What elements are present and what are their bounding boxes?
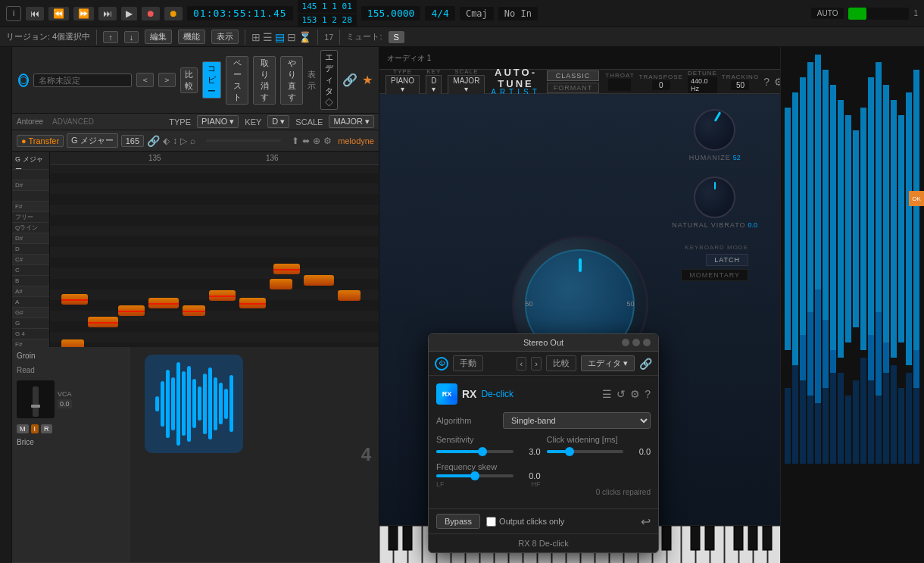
algorithm-select[interactable]: Single-band	[503, 412, 651, 429]
popup-mode-btn[interactable]: 手動	[453, 355, 483, 371]
s-btn[interactable]: S	[389, 31, 404, 43]
freq-slider-track	[436, 474, 514, 477]
popup-link-icon[interactable]: 🔗	[639, 358, 652, 370]
svg-rect-81	[891, 365, 897, 464]
svg-rect-42	[662, 526, 671, 550]
play-btn[interactable]: ▶	[121, 7, 137, 20]
help-icon[interactable]: ?	[645, 388, 651, 400]
type-select[interactable]: PIANO ▾	[197, 115, 239, 128]
up-btn[interactable]: ↑	[103, 31, 118, 43]
end-btn[interactable]: ⏭	[98, 7, 117, 20]
editor-btn[interactable]: エディタ ◇	[320, 50, 338, 110]
close-btn[interactable]	[643, 339, 651, 346]
humanize-knob[interactable]	[694, 109, 735, 151]
svg-rect-68	[792, 365, 798, 464]
ok-indicator[interactable]: OK	[909, 191, 924, 206]
view-btn[interactable]: 表示	[211, 30, 239, 44]
svg-rect-44	[705, 526, 714, 550]
m-btn[interactable]: M	[17, 424, 29, 433]
momentary-btn[interactable]: MOMENTARY	[681, 269, 748, 281]
undo-btn[interactable]: 取り消す	[253, 56, 276, 105]
latch-btn[interactable]: LATCH	[706, 254, 748, 266]
left-sidebar	[0, 47, 12, 563]
svg-rect-73	[830, 350, 836, 464]
nav-back-btn[interactable]: ＜	[136, 73, 154, 87]
svg-rect-72	[823, 320, 829, 464]
melodyne-content: G メジャー D# F# フリー Qライン D# D C# C B A# A	[12, 152, 379, 347]
formant-btn[interactable]: FORMANT	[547, 83, 600, 93]
tool1-icon[interactable]: ⬖	[163, 136, 170, 146]
star-icon[interactable]: ★	[362, 73, 373, 87]
fader[interactable]	[33, 386, 39, 417]
back-arrow-icon: ↩	[641, 515, 651, 529]
tempo-display: 155.0000	[361, 6, 421, 20]
settings-icon2[interactable]: ⚙	[630, 388, 640, 400]
rewind-btn[interactable]: ⏮	[26, 7, 44, 20]
paste-btn[interactable]: ペースト	[226, 56, 248, 105]
record-btn[interactable]: ⏺	[142, 7, 160, 20]
key-ctrl-btn[interactable]: D ▾	[426, 75, 442, 95]
undo-arrow-icon[interactable]: ↩	[641, 515, 651, 528]
position-indicator	[206, 139, 281, 142]
key-control: KEY D ▾	[426, 68, 442, 95]
output-clicks-checkbox[interactable]	[486, 517, 496, 527]
edit-btn[interactable]: 編集	[145, 30, 172, 44]
window-controls	[613, 339, 651, 346]
sensitivity-slider-track	[436, 450, 514, 453]
redo-btn[interactable]: やり直す	[280, 56, 303, 105]
popup-nav-fwd[interactable]: ›	[531, 357, 542, 371]
nav-fwd-btn[interactable]: ＞	[158, 73, 176, 87]
wbar	[203, 374, 207, 434]
copy-btn[interactable]: コピー	[202, 61, 221, 99]
track-lanes-area: Groin Read VCA 0.0	[12, 347, 379, 564]
down-btn[interactable]: ↓	[124, 31, 139, 43]
transfer-btn[interactable]: ● Transfer	[17, 135, 64, 147]
natural-vibrato-label: NATURAL VIBRATO	[672, 221, 745, 229]
r-btn[interactable]: R	[41, 424, 52, 433]
refresh-icon[interactable]: ↺	[617, 388, 626, 400]
popup-editor-btn[interactable]: エディタ ▾	[581, 355, 635, 371]
link-icon2[interactable]: 🔗	[147, 135, 160, 147]
track-controls: ⊞ ☰ ▤ ⊟ ⌛	[251, 31, 311, 43]
tool2-icon[interactable]: ↕	[173, 136, 177, 146]
sensitivity-thumb[interactable]	[478, 447, 487, 456]
tempo-btn[interactable]: 165	[121, 135, 144, 147]
scale-select[interactable]: MAJOR ▾	[329, 115, 374, 128]
popup-power-btn[interactable]: ⏻	[435, 357, 448, 371]
minimize-btn[interactable]	[622, 339, 629, 346]
bypass-btn[interactable]: Bypass	[436, 514, 480, 529]
scale-ctrl-btn[interactable]: MAJOR ▾	[448, 75, 485, 95]
popup-compare-btn[interactable]: 比較	[546, 355, 576, 371]
click-thumb[interactable]	[565, 447, 574, 456]
settings2-icon[interactable]: ⚙	[323, 136, 332, 146]
back-btn[interactable]: ⏪	[48, 7, 69, 20]
key-select[interactable]: D ▾	[267, 115, 289, 128]
link-icon[interactable]: 🔗	[342, 73, 357, 87]
key-scale-btn[interactable]: G メジャー	[67, 133, 118, 148]
type-ctrl-btn[interactable]: PIANO ▾	[386, 75, 420, 95]
tool3-icon[interactable]: ▷	[180, 136, 187, 146]
freq-thumb[interactable]	[470, 471, 479, 480]
note-blob	[304, 275, 334, 286]
func-btn[interactable]: 機能	[178, 30, 205, 44]
i-btn[interactable]: I	[31, 424, 39, 433]
compare-btn[interactable]: 比較	[180, 67, 198, 93]
wbar	[224, 389, 228, 419]
knob-mark-50-left: 50	[526, 300, 533, 308]
plugin-power-btn[interactable]	[18, 74, 29, 87]
natural-vibrato-knob[interactable]	[694, 177, 735, 218]
scale-control: SCALE MAJOR ▾	[448, 68, 485, 95]
sensitivity-slider-row: 3.0	[436, 447, 541, 456]
list-icon2[interactable]: ☰	[602, 388, 612, 400]
at-settings-icon[interactable]: ⚙	[774, 76, 780, 88]
detune-value: 440.0 Hz	[688, 77, 717, 93]
tool4-icon[interactable]: ⌕	[190, 136, 195, 146]
loop-btn[interactable]: ⏺	[164, 7, 183, 20]
classic-btn[interactable]: CLASSIC	[547, 70, 600, 81]
popup-nav-back[interactable]: ‹	[517, 357, 527, 371]
at-help-icon[interactable]: ?	[763, 76, 769, 88]
wbar	[161, 381, 164, 427]
forward-btn[interactable]: ⏩	[73, 7, 94, 20]
track-name-input[interactable]	[33, 74, 132, 87]
maximize-btn[interactable]	[632, 339, 640, 346]
